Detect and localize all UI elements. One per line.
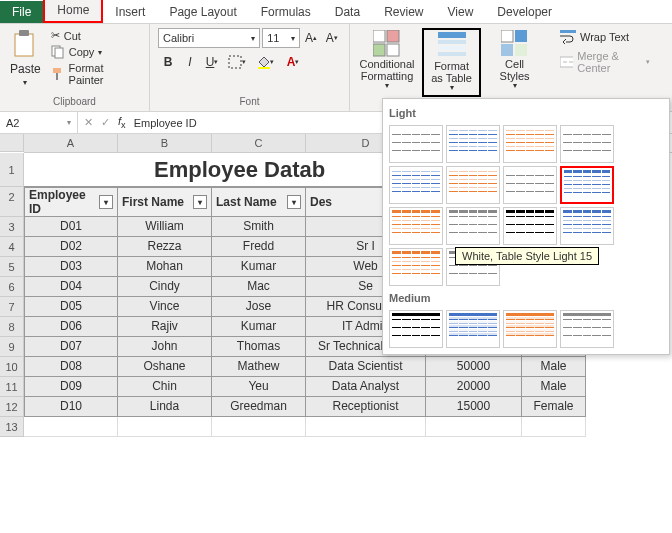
formula-input[interactable]: Employee ID (134, 117, 197, 129)
cancel-icon[interactable]: ✕ (84, 116, 93, 129)
fx-icon[interactable]: fx (118, 115, 126, 130)
col-header[interactable]: A (24, 134, 118, 152)
data-cell[interactable]: John (118, 337, 212, 357)
col-header[interactable]: C (212, 134, 306, 152)
cut-button[interactable]: ✂Cut (49, 28, 143, 43)
data-cell[interactable]: Cindy (118, 277, 212, 297)
conditional-formatting-button[interactable]: Conditional Formatting▾ (356, 28, 418, 93)
increase-font-button[interactable]: A▴ (302, 28, 321, 48)
header-cell[interactable]: Last Name▾ (212, 187, 306, 217)
data-cell[interactable]: 15000 (426, 397, 522, 417)
data-cell[interactable]: Data Scientist (306, 357, 426, 377)
data-cell[interactable]: Chin (118, 377, 212, 397)
row-header[interactable]: 8 (0, 317, 24, 337)
table-style-swatch[interactable] (446, 207, 500, 245)
table-style-swatch[interactable] (503, 125, 557, 163)
row-header[interactable]: 3 (0, 217, 24, 237)
data-cell[interactable]: 50000 (426, 357, 522, 377)
data-cell[interactable]: Rajiv (118, 317, 212, 337)
font-color-button[interactable]: A▾ (280, 52, 306, 72)
table-style-swatch[interactable] (560, 125, 614, 163)
data-cell[interactable]: Mathew (212, 357, 306, 377)
table-style-swatch[interactable] (389, 310, 443, 348)
data-cell[interactable]: 20000 (426, 377, 522, 397)
copy-button[interactable]: Copy▾ (49, 44, 143, 60)
row-header[interactable]: 7 (0, 297, 24, 317)
data-cell[interactable]: Vince (118, 297, 212, 317)
data-cell[interactable]: Male (522, 377, 586, 397)
table-style-swatch[interactable] (560, 166, 614, 204)
tab-data[interactable]: Data (323, 1, 372, 23)
table-style-swatch[interactable] (503, 310, 557, 348)
format-as-table-button[interactable]: Format as Table▾ (422, 28, 481, 97)
merge-center-button[interactable]: Merge & Center▾ (560, 50, 650, 74)
border-button[interactable]: ▾ (224, 52, 250, 72)
bold-button[interactable]: B (158, 52, 178, 72)
row-header[interactable]: 4 (0, 237, 24, 257)
table-style-swatch[interactable] (389, 166, 443, 204)
format-painter-button[interactable]: Format Painter (49, 61, 143, 87)
font-size-combo[interactable]: 11▾ (262, 28, 300, 48)
enter-icon[interactable]: ✓ (101, 116, 110, 129)
table-style-swatch[interactable] (389, 207, 443, 245)
table-style-swatch[interactable] (560, 310, 614, 348)
data-cell[interactable]: Greedman (212, 397, 306, 417)
paste-button[interactable]: Paste ▾ (6, 28, 45, 89)
data-cell[interactable]: Mac (212, 277, 306, 297)
wrap-text-button[interactable]: Wrap Text (560, 30, 650, 44)
table-style-swatch[interactable] (446, 166, 500, 204)
col-header[interactable]: B (118, 134, 212, 152)
tab-review[interactable]: Review (372, 1, 435, 23)
tab-view[interactable]: View (436, 1, 486, 23)
table-style-swatch[interactable] (446, 125, 500, 163)
data-cell[interactable]: Mohan (118, 257, 212, 277)
row-header[interactable]: 1 (0, 153, 24, 187)
data-cell[interactable]: D05 (24, 297, 118, 317)
cell-styles-button[interactable]: Cell Styles▾ (485, 28, 544, 93)
decrease-font-button[interactable]: A▾ (322, 28, 341, 48)
data-cell[interactable]: Yeu (212, 377, 306, 397)
tab-page-layout[interactable]: Page Layout (157, 1, 248, 23)
data-cell[interactable]: Rezza (118, 237, 212, 257)
data-cell[interactable]: Jose (212, 297, 306, 317)
data-cell[interactable]: D09 (24, 377, 118, 397)
data-cell[interactable]: D01 (24, 217, 118, 237)
data-cell[interactable]: D10 (24, 397, 118, 417)
row-header[interactable]: 6 (0, 277, 24, 297)
italic-button[interactable]: I (180, 52, 200, 72)
data-cell[interactable]: D07 (24, 337, 118, 357)
table-style-swatch[interactable] (503, 207, 557, 245)
data-cell[interactable]: Data Analyst (306, 377, 426, 397)
row-header[interactable]: 10 (0, 357, 24, 377)
fill-color-button[interactable]: ▾ (252, 52, 278, 72)
data-cell[interactable]: Kumar (212, 317, 306, 337)
data-cell[interactable]: D03 (24, 257, 118, 277)
filter-button[interactable]: ▾ (287, 195, 301, 209)
header-cell[interactable]: Employee ID▾ (24, 187, 118, 217)
header-cell[interactable]: First Name▾ (118, 187, 212, 217)
data-cell[interactable]: Thomas (212, 337, 306, 357)
data-cell[interactable]: D06 (24, 317, 118, 337)
data-cell[interactable]: Receptionist (306, 397, 426, 417)
data-cell[interactable]: Oshane (118, 357, 212, 377)
font-name-combo[interactable]: Calibri▾ (158, 28, 260, 48)
row-header[interactable]: 11 (0, 377, 24, 397)
table-style-swatch[interactable] (560, 207, 614, 245)
tab-insert[interactable]: Insert (103, 1, 157, 23)
data-cell[interactable]: Kumar (212, 257, 306, 277)
data-cell[interactable]: Fredd (212, 237, 306, 257)
tab-home[interactable]: Home (43, 0, 103, 23)
data-cell[interactable]: D04 (24, 277, 118, 297)
row-header[interactable]: 9 (0, 337, 24, 357)
select-all-corner[interactable] (0, 134, 24, 152)
filter-button[interactable]: ▾ (99, 195, 113, 209)
tab-developer[interactable]: Developer (485, 1, 564, 23)
data-cell[interactable]: Male (522, 357, 586, 377)
underline-button[interactable]: U▾ (202, 52, 222, 72)
table-style-swatch[interactable] (389, 248, 443, 286)
name-box[interactable]: A2▾ (0, 112, 78, 133)
row-header[interactable]: 12 (0, 397, 24, 417)
data-cell[interactable]: D08 (24, 357, 118, 377)
table-style-swatch[interactable] (446, 310, 500, 348)
data-cell[interactable]: D02 (24, 237, 118, 257)
